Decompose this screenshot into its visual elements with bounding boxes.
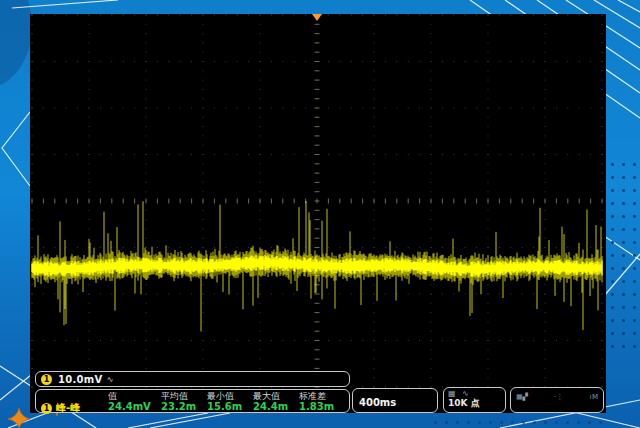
measurement-value: 24.4mV: [108, 401, 160, 413]
wallpaper-dot-grid: [607, 158, 640, 354]
trigger-type-icon: ▦▞: [516, 393, 528, 402]
measurement-label: 平均值: [161, 391, 213, 401]
graticule-and-trace: [30, 14, 606, 413]
measurement-label: 值: [108, 391, 160, 401]
trigger-slope-icon: ·⋮: [554, 393, 563, 402]
measurement-column-max: 最大值 24.4m: [253, 391, 305, 413]
measurement-label: 标准差: [299, 391, 351, 401]
measurement-value: 1.83m: [299, 401, 351, 413]
coupling-icon: ∿: [107, 375, 114, 384]
measurement-name-row: 1 峰-峰: [41, 401, 80, 415]
timebase-readout: 400ms: [359, 397, 396, 408]
trigger-mode-icon: ≀M: [589, 393, 598, 402]
trigger-box[interactable]: ▦▞ ·⋮ ≀M: [510, 387, 604, 413]
acquisition-icon: ▦ ∿: [448, 389, 501, 398]
oscilloscope-screen: 1 10.0mV ∿ 1 峰-峰 值 24.4mV 平均值 23.2m 最小值 …: [30, 14, 606, 413]
measurement-value: 24.4m: [253, 401, 305, 413]
measurement-value: 15.6m: [207, 401, 259, 413]
wallpaper-dot-grid: [430, 416, 610, 428]
vertical-scale-readout: 10.0mV: [58, 374, 103, 385]
corner-shade: [0, 0, 32, 88]
channel-scale-bar[interactable]: 1 10.0mV ∿: [35, 371, 350, 387]
measurement-label: 最小值: [207, 391, 259, 401]
record-length-readout: 10K 点: [448, 398, 501, 409]
channel-1-badge: 1: [41, 374, 52, 385]
star-icon: [8, 408, 30, 428]
measurement-value: 23.2m: [161, 401, 213, 413]
timebase-box[interactable]: 400ms: [352, 388, 438, 413]
measurement-column-stddev: 标准差 1.83m: [299, 391, 351, 413]
measurement-label: 最大值: [253, 391, 305, 401]
measurement-column-value: 值 24.4mV: [108, 391, 160, 413]
measurement-column-min: 最小值 15.6m: [207, 391, 259, 413]
measurement-column-mean: 平均值 23.2m: [161, 391, 213, 413]
measurement-name: 峰-峰: [56, 401, 80, 415]
channel-1-badge: 1: [41, 403, 52, 414]
measurement-bar[interactable]: 1 峰-峰 值 24.4mV 平均值 23.2m 最小值 15.6m 最大值 2…: [35, 389, 350, 413]
acquisition-box[interactable]: ▦ ∿ 10K 点: [443, 387, 506, 413]
